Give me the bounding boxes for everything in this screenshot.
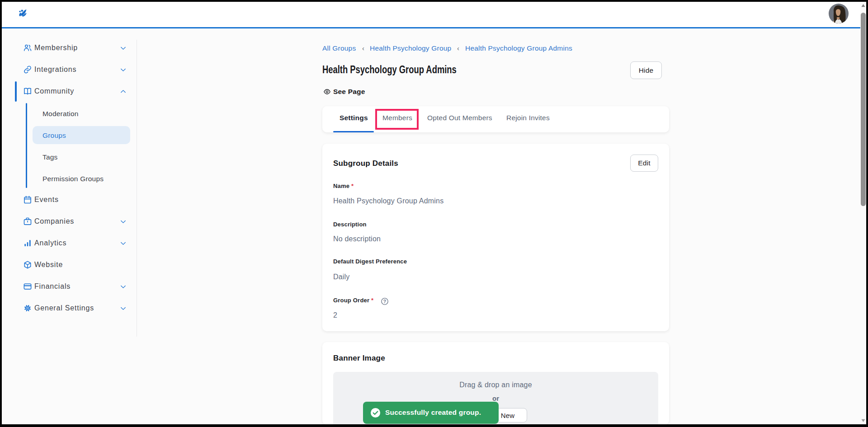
svg-text:?: ? <box>383 299 386 304</box>
